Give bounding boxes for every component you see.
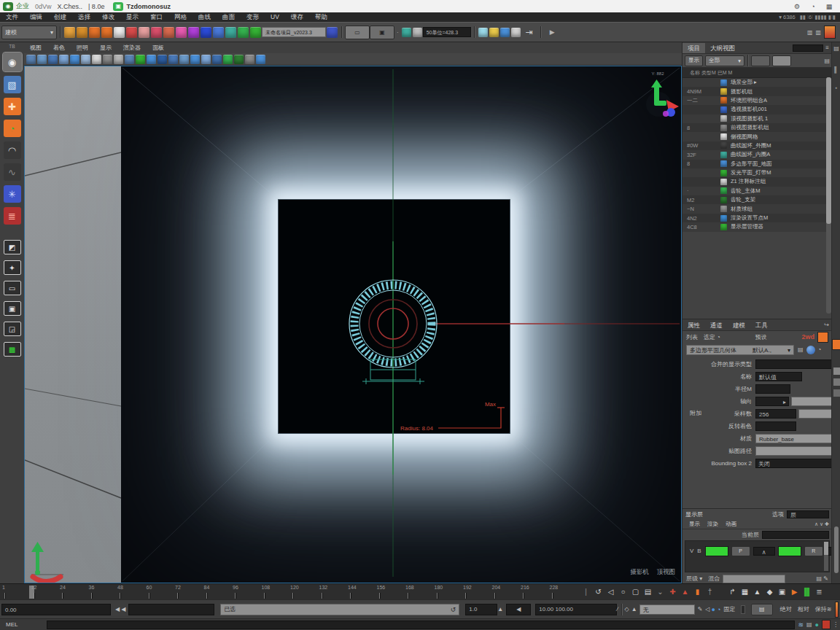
layer-color-swatch-2[interactable] [778, 546, 801, 556]
time-tick[interactable]: 144 [347, 584, 376, 600]
layer-scrollbar-thumb[interactable] [824, 542, 828, 555]
tool-button[interactable]: ◔ [4, 120, 21, 137]
shelf-icon[interactable] [188, 27, 199, 38]
snap-icon[interactable] [500, 28, 510, 37]
layer-render-toggle[interactable]: R [804, 546, 823, 556]
time-tick[interactable]: 180 [434, 584, 463, 600]
shelf-icon[interactable] [151, 27, 162, 38]
range-start-field[interactable] [128, 604, 214, 615]
playback-button[interactable]: ⌄ [654, 586, 666, 597]
panel-toolbar-icon[interactable] [125, 55, 134, 64]
panel-toolbar-icon[interactable] [212, 55, 222, 64]
playback-button[interactable]: ▦ [739, 586, 751, 597]
panel-toolbar-icon[interactable] [59, 55, 69, 64]
viewport-layout-button-2[interactable]: ▣ [370, 26, 394, 39]
menu-item[interactable]: 修改 [96, 12, 120, 22]
playback-button[interactable]: ◁ [604, 586, 617, 597]
user-icon[interactable]: ◔ [808, 2, 818, 11]
panel-toolbar-icon[interactable] [26, 55, 36, 64]
ae-orange-icon[interactable] [817, 332, 828, 343]
edit-icon[interactable]: ✎ [698, 606, 703, 612]
ae-presets-label[interactable]: 预设 [755, 333, 767, 341]
outliner-dropdown[interactable] [793, 44, 823, 52]
time-tick[interactable]: 24 [59, 584, 88, 600]
color-swatch[interactable] [824, 26, 836, 39]
radius-field[interactable] [755, 384, 790, 394]
time-tick[interactable]: 120 [289, 584, 319, 600]
time-tick[interactable]: 1 [1, 584, 31, 600]
playback-button[interactable]: ▶ [788, 586, 801, 597]
menu-item[interactable]: 网格 [168, 12, 192, 22]
error-indicator[interactable] [822, 620, 831, 629]
toggle-icon[interactable]: ◁ [705, 606, 709, 612]
apps-grid-icon[interactable]: ▦ [824, 2, 834, 11]
playback-button[interactable]: ▮ [691, 586, 704, 597]
layout-shortcut-button[interactable]: ▭ [4, 281, 21, 295]
paw-icon[interactable]: ◔ [717, 334, 720, 341]
outliner-row[interactable]: 8 前视图摄影机组 [682, 123, 832, 132]
playback-start-field[interactable]: 0.00 [1, 604, 111, 615]
outliner-filter-dropdown[interactable]: 全部 ▾ [705, 55, 744, 66]
spin-up-icon[interactable]: ▲ [497, 606, 503, 612]
range-end-field[interactable]: 1.0 [465, 604, 497, 615]
prev-key-button[interactable]: ◀ [506, 604, 531, 615]
blue-toggle-icon[interactable]: ● [712, 606, 715, 613]
panel-toolbar-icon[interactable] [179, 55, 189, 64]
panel-toolbar-icon[interactable] [37, 55, 47, 64]
outliner-scrollbar[interactable] [826, 77, 831, 314]
outliner-row[interactable]: M2 齿轮_支架 [682, 195, 832, 204]
panel-menu-item[interactable]: 着色 [47, 42, 71, 53]
panel-toolbar-icon[interactable] [70, 55, 79, 64]
outliner-row[interactable]: #0W 曲线圆环_外圈M [682, 141, 832, 150]
command-line-label[interactable]: MEL [1, 621, 47, 628]
menu-item[interactable]: 显示 [120, 12, 144, 22]
checkbox[interactable] [741, 605, 744, 614]
playback-button[interactable]: ↺ [592, 586, 604, 597]
layer-mode-dropdown[interactable]: 层 [787, 510, 829, 518]
anim-range-field[interactable]: 10.00 100.00 [535, 604, 617, 615]
playback-button[interactable]: ▤ [642, 586, 654, 597]
time-tick[interactable]: 84 [203, 584, 233, 600]
ae-tab[interactable]: 建模 [728, 320, 750, 330]
time-tick[interactable]: 132 [319, 584, 348, 600]
collapse-icon[interactable]: ↪ [824, 322, 829, 328]
time-tick[interactable]: 156 [376, 584, 405, 600]
layer-options-label[interactable]: 选项 [772, 510, 784, 518]
outliner-row[interactable]: ~N 材质球组 [682, 204, 832, 213]
menu-item[interactable]: 创建 [48, 12, 72, 22]
shelf-icon[interactable] [327, 27, 338, 38]
auto-key-icon[interactable]: ▲ [631, 606, 637, 612]
panel-toolbar-icon[interactable] [245, 55, 254, 64]
menu-item[interactable]: 曲线 [192, 12, 217, 22]
outliner-row[interactable]: 侧视图网格 [682, 132, 832, 141]
layout-shortcut-button[interactable]: ▩ [4, 342, 21, 357]
dock-glyph[interactable]: ▌ [834, 66, 839, 73]
construction-history-icon[interactable]: ▶ [550, 28, 555, 36]
scene-name-field[interactable]: 未命名项目_v2023.3 [262, 27, 326, 37]
outliner-swatch-button[interactable] [772, 55, 791, 66]
panel-menu-item[interactable]: 渲染器 [117, 42, 147, 53]
time-tick[interactable]: 48 [117, 584, 146, 600]
material-sphere-icon[interactable] [806, 346, 815, 354]
outliner-filter-button[interactable] [751, 55, 770, 66]
dock-button[interactable] [833, 368, 840, 375]
samples-field[interactable]: 256 [755, 409, 796, 419]
ae-tab[interactable]: 属性 [682, 320, 705, 330]
tool-button[interactable]: ◠ [4, 141, 21, 159]
key-icon[interactable]: ◇ [625, 606, 629, 612]
outliner-row[interactable]: · 齿轮_主体M [682, 187, 832, 195]
outliner-row[interactable]: 一二 环境照明组合A [682, 96, 832, 105]
shelf-icon[interactable] [250, 27, 261, 38]
panel-toolbar-icon[interactable] [201, 55, 211, 64]
panel-toolbar-icon[interactable] [81, 55, 90, 64]
bounding-box-select[interactable]: 关闭▾ [755, 459, 840, 468]
panel-toolbar-icon[interactable] [147, 55, 156, 64]
snap-grid-icon[interactable] [402, 28, 411, 37]
shelf-icon[interactable] [89, 27, 100, 38]
layer-visibility-toggle[interactable]: V [690, 548, 693, 554]
menu-item[interactable]: 文件 [0, 12, 24, 22]
panel-menu-item[interactable]: 视图 [24, 42, 47, 53]
menu-item[interactable]: 编辑 [24, 12, 48, 22]
material-field[interactable]: Rubber_base [755, 434, 833, 443]
output-icon[interactable]: ≋ [798, 621, 804, 629]
